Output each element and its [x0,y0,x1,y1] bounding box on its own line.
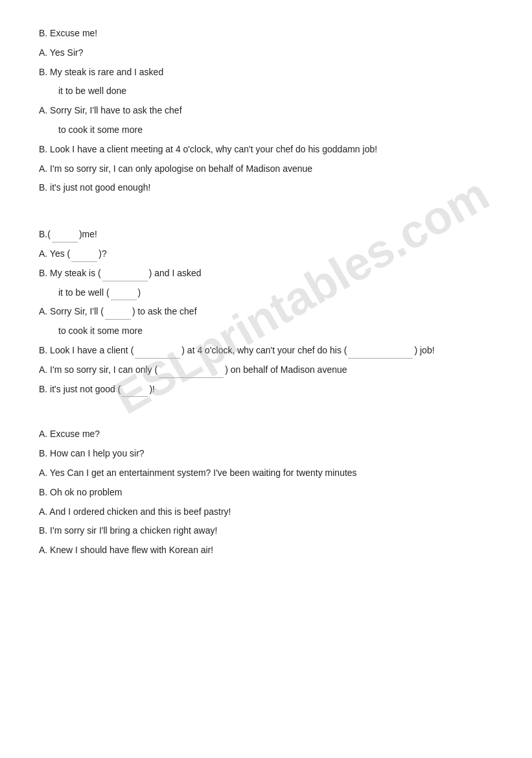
line-s1-3: B. My steak is rare and I asked [39,65,493,80]
section-2: B.()me! A. Yes ()? B. My steak is () and… [39,227,493,397]
line-s2-7: B. Look I have a client () at 4 o'clock,… [39,343,493,359]
line-s1-4: it to be well done [39,84,493,99]
line-s1-9: B. it's just not good enough! [39,180,493,196]
line-s3-7: A. Knew I should have flew with Korean a… [39,543,493,558]
blank-s2-3 [102,281,148,281]
line-s2-5: A. Sorry Sir, I'll () to ask the chef [39,304,493,320]
blank-s2-9 [122,396,148,397]
line-s3-2: B. How can I help you sir? [39,446,493,462]
section-3: A. Excuse me? B. How can I help you sir?… [39,427,493,558]
blank-s2-8 [159,377,224,378]
blank-s2-2 [71,261,97,262]
line-s3-3: A. Yes Can I get an entertainment system… [39,466,493,481]
line-s2-2: A. Yes ()? [39,246,493,262]
blank-s2-7b [348,358,413,359]
line-s3-1: A. Excuse me? [39,427,493,442]
line-s2-6: to cook it some more [39,324,493,339]
blank-s2-4 [111,300,137,300]
line-s2-3: B. My steak is () and I asked [39,266,493,281]
section-1: B. Excuse me! A. Yes Sir? B. My steak is… [39,26,493,196]
line-s2-4: it to be well () [39,285,493,301]
blank-s2-5 [105,319,131,320]
line-s3-4: B. Oh ok no problem [39,485,493,501]
page: ESLprintables.com B. Excuse me! A. Yes S… [0,0,532,602]
line-s1-8: A. I'm so sorry sir, I can only apologis… [39,161,493,177]
blank-s2-1 [52,242,78,243]
blank-s2-7a [135,358,180,359]
line-s2-8: A. I'm so sorry sir, I can only () on be… [39,362,493,378]
line-s1-5: A. Sorry Sir, I'll have to ask the chef [39,103,493,119]
line-s1-2: A. Yes Sir? [39,45,493,61]
line-s3-6: B. I'm sorry sir I'll bring a chicken ri… [39,523,493,539]
line-s1-7: B. Look I have a client meeting at 4 o'c… [39,142,493,158]
line-s1-1: B. Excuse me! [39,26,493,41]
line-s2-1: B.()me! [39,227,493,243]
spacer-1 [39,214,493,227]
line-s1-6: to cook it some more [39,123,493,138]
line-s3-5: A. And I ordered chicken and this is bee… [39,504,493,520]
spacer-2 [39,415,493,427]
line-s2-9: B. it's just not good ()! [39,382,493,397]
